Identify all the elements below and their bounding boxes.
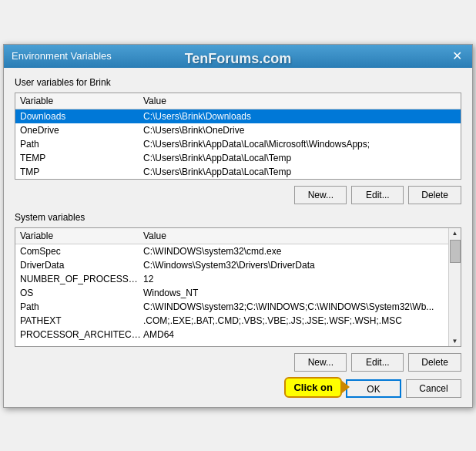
ok-button[interactable]: OK: [346, 379, 401, 398]
user-section-label: User variables for Brink: [15, 77, 461, 88]
click-on-annotation: Click on: [284, 377, 350, 398]
system-table-header: Variable Value: [15, 228, 448, 244]
system-variables-table: Variable Value ComSpec C:\WINDOWS\system…: [15, 227, 461, 347]
system-section-label: System variables: [15, 212, 461, 223]
user-variables-table: Variable Value Downloads C:\Users\Brink\…: [15, 93, 461, 180]
system-row-5-variable: PATHEXT: [20, 315, 143, 326]
user-row-2-variable: Path: [20, 139, 143, 150]
system-new-button[interactable]: New...: [294, 353, 347, 372]
dialog-body: User variables for Brink Variable Value …: [4, 68, 472, 407]
system-button-row: New... Edit... Delete: [15, 353, 461, 372]
title-bar: Environment Variables TenForums.com ✕: [4, 45, 472, 68]
system-row-2-variable: NUMBER_OF_PROCESSORS: [20, 274, 143, 284]
user-row-1-value: C:\Users\Brink\OneDrive: [143, 125, 456, 136]
watermark: TenForums.com: [185, 51, 292, 67]
system-row-6-variable: PROCESSOR_ARCHITECTURE: [20, 329, 143, 340]
system-row-1-value: C:\Windows\System32\Drivers\DriverData: [143, 260, 444, 271]
user-row-0-variable: Downloads: [20, 111, 143, 122]
system-table-scrollbar[interactable]: ▲ ▼: [448, 228, 461, 346]
user-row-4-value: C:\Users\Brink\AppData\Local\Temp: [143, 167, 456, 177]
user-edit-button[interactable]: Edit...: [351, 186, 404, 204]
system-table-row-2[interactable]: NUMBER_OF_PROCESSORS 12: [15, 272, 448, 286]
user-table-row-2[interactable]: Path C:\Users\Brink\AppData\Local\Micros…: [15, 137, 461, 151]
system-delete-button[interactable]: Delete: [408, 353, 461, 372]
scrollbar-up-arrow[interactable]: ▲: [451, 228, 460, 238]
system-row-2-value: 12: [143, 274, 444, 284]
system-table-row-1[interactable]: DriverData C:\Windows\System32\Drivers\D…: [15, 258, 448, 272]
system-table-row-3[interactable]: OS Windows_NT: [15, 286, 448, 300]
click-on-bubble: Click on: [284, 377, 342, 398]
system-row-3-value: Windows_NT: [143, 288, 444, 298]
system-table-row-5[interactable]: PATHEXT .COM;.EXE;.BAT;.CMD;.VBS;.VBE;.J…: [15, 314, 448, 328]
system-row-4-variable: Path: [20, 301, 143, 312]
system-row-6-value: AMD64: [143, 329, 444, 340]
user-table-header: Variable Value: [15, 93, 461, 109]
dialog-title: Environment Variables: [12, 50, 112, 62]
cancel-button[interactable]: Cancel: [406, 379, 461, 398]
user-new-button[interactable]: New...: [294, 186, 347, 204]
system-row-0-variable: ComSpec: [20, 246, 143, 257]
system-row-4-value: C:\WINDOWS\system32;C:\WINDOWS;C:\WINDOW…: [143, 301, 444, 312]
user-row-0-value: C:\Users\Brink\Downloads: [143, 111, 456, 122]
scrollbar-down-arrow[interactable]: ▼: [451, 336, 460, 346]
user-row-2-value: C:\Users\Brink\AppData\Local\Microsoft\W…: [143, 139, 456, 150]
close-button[interactable]: ✕: [449, 49, 464, 64]
environment-variables-dialog: Environment Variables TenForums.com ✕ Us…: [3, 44, 473, 408]
system-row-0-value: C:\WINDOWS\system32\cmd.exe: [143, 246, 444, 257]
user-table-row-4[interactable]: TMP C:\Users\Brink\AppData\Local\Temp: [15, 165, 461, 179]
system-row-5-value: .COM;.EXE;.BAT;.CMD;.VBS;.VBE;.JS;.JSE;.…: [143, 315, 444, 326]
user-header-variable: Variable: [20, 96, 143, 106]
user-row-3-value: C:\Users\Brink\AppData\Local\Temp: [143, 153, 456, 163]
system-edit-button[interactable]: Edit...: [351, 353, 404, 372]
user-row-3-variable: TEMP: [20, 153, 143, 163]
user-delete-button[interactable]: Delete: [408, 186, 461, 204]
system-table-row-6[interactable]: PROCESSOR_ARCHITECTURE AMD64: [15, 328, 448, 342]
user-row-4-variable: TMP: [20, 167, 143, 177]
system-header-value: Value: [143, 231, 166, 241]
user-table-row-3[interactable]: TEMP C:\Users\Brink\AppData\Local\Temp: [15, 151, 461, 165]
system-table-row-0[interactable]: ComSpec C:\WINDOWS\system32\cmd.exe: [15, 244, 448, 258]
system-table-row-4[interactable]: Path C:\WINDOWS\system32;C:\WINDOWS;C:\W…: [15, 300, 448, 314]
user-header-value: Value: [143, 96, 166, 106]
user-table-row-1[interactable]: OneDrive C:\Users\Brink\OneDrive: [15, 123, 461, 137]
user-table-row-0[interactable]: Downloads C:\Users\Brink\Downloads: [15, 109, 461, 123]
user-row-1-variable: OneDrive: [20, 125, 143, 136]
scrollbar-thumb[interactable]: [450, 240, 461, 263]
system-row-1-variable: DriverData: [20, 260, 143, 271]
user-button-row: New... Edit... Delete: [15, 186, 461, 204]
system-table-inner: Variable Value ComSpec C:\WINDOWS\system…: [15, 228, 461, 342]
click-on-text: Click on: [293, 382, 333, 393]
system-row-3-variable: OS: [20, 288, 143, 298]
system-header-variable: Variable: [20, 231, 143, 241]
